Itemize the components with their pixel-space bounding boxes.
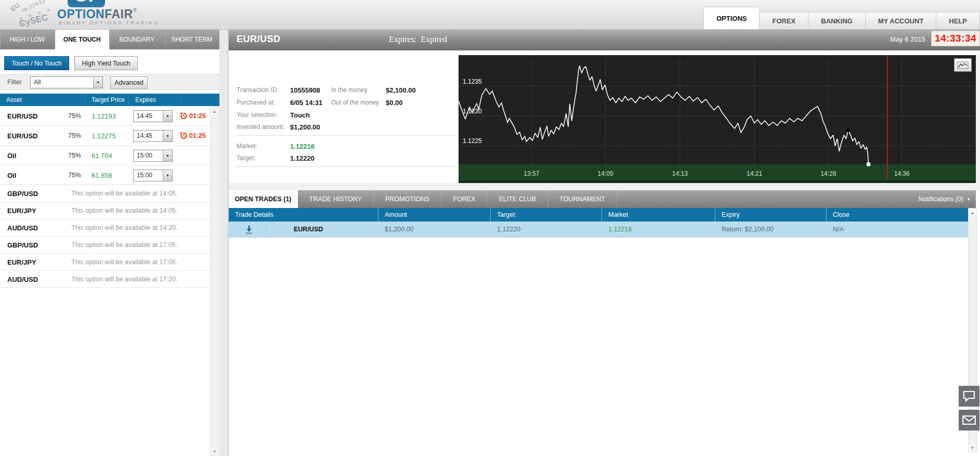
chart-plot-background: [459, 55, 976, 164]
asset-target-price: 61.704: [92, 151, 112, 159]
asset-row-eur-usd-1[interactable]: EUR/USD75%1.1227514:45▼01:25: [0, 126, 210, 146]
tab-one-touch[interactable]: ONE TOUCH: [55, 30, 110, 49]
tab-high-low[interactable]: HIGH / LOW: [0, 30, 55, 49]
instrument-bar: EUR/USD Expires: Expired May 6 2015 14:3…: [229, 30, 980, 50]
selection-label: Your selection:: [237, 111, 277, 119]
chart-type-button[interactable]: [954, 58, 972, 72]
asset-name: GBP/USD: [7, 241, 38, 249]
x-axis-tick: 14:36: [894, 170, 910, 177]
main-nav: OPTIONSFOREXBANKINGMY ACCOUNTHELP: [703, 7, 980, 29]
expiry-select[interactable]: 14:45▼: [133, 110, 173, 122]
live-chat-button[interactable]: [959, 386, 979, 407]
x-axis-tick: 14:28: [820, 170, 836, 177]
server-clock: 14:33:34: [931, 31, 980, 46]
nav-tab-forex[interactable]: FOREX: [759, 12, 808, 29]
asset-row-oil-2[interactable]: Oil75%61.70415:00▼: [0, 146, 210, 165]
trade-amount: $1,200.00: [378, 222, 491, 238]
target-value: 1.12220: [290, 154, 315, 162]
x-axis-tick: 13:57: [524, 170, 539, 177]
advanced-button[interactable]: Advanced: [110, 76, 148, 89]
asset-name: EUR/JPY: [7, 258, 36, 266]
bottom-tab-forex[interactable]: FOREX: [441, 190, 487, 208]
bottom-tab-tournament[interactable]: TOURNAMENT: [548, 190, 617, 208]
chevron-down-icon[interactable]: ▼: [93, 77, 102, 88]
expiry-select[interactable]: 14:45▼: [133, 130, 173, 142]
asset-row-unavailable-gbp-usd-0[interactable]: GBP/USDThis option will be available at …: [0, 185, 210, 202]
market-label: Market:: [237, 142, 257, 150]
chevron-down-icon: ▼: [966, 197, 971, 202]
trades-header-expiry: Expiry: [715, 208, 827, 222]
download-icon[interactable]: [244, 225, 254, 241]
availability-message: This option will be available at 14:05.: [71, 190, 177, 197]
high-yield-touch-button[interactable]: High Yield Touch: [74, 56, 138, 70]
trades-header-market: Market: [602, 208, 715, 222]
nav-tab-help[interactable]: HELP: [936, 12, 980, 29]
touch-mode-row: Touch / No TouchHigh Yield Touch: [0, 56, 219, 70]
email-button[interactable]: [959, 410, 979, 431]
asset-row-unavailable-gbp-usd-3[interactable]: GBP/USDThis option will be available at …: [0, 237, 210, 254]
instrument-symbol: EUR/USD: [237, 34, 281, 45]
expiry-select[interactable]: 15:00▼: [133, 150, 173, 162]
expiry-select[interactable]: 15:00▼: [133, 170, 173, 181]
availability-message: This option will be available at 14:05.: [71, 207, 177, 214]
nav-tab-banking[interactable]: BANKING: [808, 12, 865, 29]
trade-close: N/A: [827, 222, 968, 238]
filter-select-value: All: [31, 77, 93, 88]
y-axis-tick: 1.1235: [463, 78, 482, 85]
chevron-down-icon[interactable]: ▼: [163, 150, 172, 161]
nav-tab-options[interactable]: OPTIONS: [703, 7, 760, 29]
trades-table-header: Trade DetailsAmountTargetMarketExpiryClo…: [229, 208, 968, 222]
expiry-countdown: 01:25: [180, 112, 206, 120]
chevron-down-icon[interactable]: ▼: [163, 111, 172, 122]
asset-header-asset: Asset: [0, 94, 85, 106]
asset-name: EUR/USD: [7, 112, 38, 120]
bottom-tab-promotions[interactable]: PROMOTIONS: [374, 190, 441, 208]
in-the-money-label: In the money: [331, 86, 367, 94]
asset-payout: 75%: [56, 112, 81, 120]
purchase-marker: [846, 128, 850, 132]
trades-header-close: Close: [827, 208, 968, 222]
brand-monogram-icon: OF: [68, 0, 105, 8]
price-chart: 13:5714:0514:1314:2114:2814:361.12351.12…: [459, 55, 976, 183]
asset-row-eur-usd-0[interactable]: EUR/USD75%1.1219314:45▼01:25: [0, 106, 210, 126]
touch-no-touch-button[interactable]: Touch / No Touch: [4, 56, 69, 70]
filter-select[interactable]: All ▼: [30, 76, 103, 88]
trades-header-amount: Amount: [378, 208, 491, 222]
invested-label: Invested amount:: [237, 123, 284, 131]
scroll-up-icon[interactable]: ▲: [969, 209, 976, 217]
asset-name: AUD/USD: [7, 224, 38, 232]
scroll-down-icon[interactable]: ▼: [969, 444, 976, 452]
tab-short-term[interactable]: SHORT TERM: [165, 30, 220, 49]
open-trade-row-eur-usd[interactable]: EUR/USD$1,200.001.122201.12216Return: $2…: [229, 222, 968, 238]
asset-row-unavailable-eur-jpy-1[interactable]: EUR/JPYThis option will be available at …: [0, 202, 210, 219]
tab-boundary[interactable]: BOUNDARY: [110, 30, 165, 49]
scroll-down-icon[interactable]: ▼: [211, 447, 218, 455]
expiry-select-value: 14:45: [134, 111, 163, 122]
asset-row-unavailable-aud-usd-2[interactable]: AUD/USDThis option will be available at …: [0, 219, 210, 237]
asset-target-price: 1.12193: [92, 112, 116, 120]
bottom-tab-bar: OPEN TRADES (1)TRADE HISTORYPROMOTIONSFO…: [229, 190, 976, 208]
notifications-toggle[interactable]: Notifications (0) ▼: [918, 190, 971, 208]
bottom-tab-open-trades-1[interactable]: OPEN TRADES (1): [229, 190, 298, 208]
bottom-tab-trade-history[interactable]: TRADE HISTORY: [298, 190, 374, 208]
asset-row-unavailable-eur-jpy-4[interactable]: EUR/JPYThis option will be available at …: [0, 254, 210, 271]
asset-table-header: AssetTarget PriceExpires: [0, 94, 219, 106]
asset-header-target-price: Target Price: [85, 94, 129, 106]
sidebar-scrollbar[interactable]: ▲ ▼: [210, 107, 219, 456]
asset-name: AUD/USD: [7, 276, 38, 283]
asset-row-oil-3[interactable]: Oil75%61.85615:00▼: [0, 165, 210, 185]
scroll-up-icon[interactable]: ▲: [211, 107, 218, 115]
chevron-down-icon[interactable]: ▼: [163, 131, 172, 141]
chat-bubble-icon: [963, 390, 975, 402]
chevron-down-icon[interactable]: ▼: [163, 170, 172, 181]
countdown-value: 01:25: [189, 112, 206, 120]
bottom-tab-elite-club[interactable]: ELITE CLUB: [487, 190, 548, 208]
option-type-tabs: HIGH / LOWONE TOUCHBOUNDARYSHORT TERM: [0, 30, 219, 49]
availability-message: This option will be available at 17:05.: [71, 258, 177, 266]
asset-name: GBP/USD: [7, 190, 38, 198]
top-header: EU № 216/13 ★ ★ ★ ★ ★ CySEC OF OPTIONFAI…: [0, 0, 980, 30]
section-divider: [229, 183, 980, 190]
asset-row-unavailable-aud-usd-5[interactable]: AUD/USDThis option will be available at …: [0, 271, 210, 288]
nav-tab-my-account[interactable]: MY ACCOUNT: [865, 12, 936, 29]
last-price-marker: [867, 162, 871, 166]
